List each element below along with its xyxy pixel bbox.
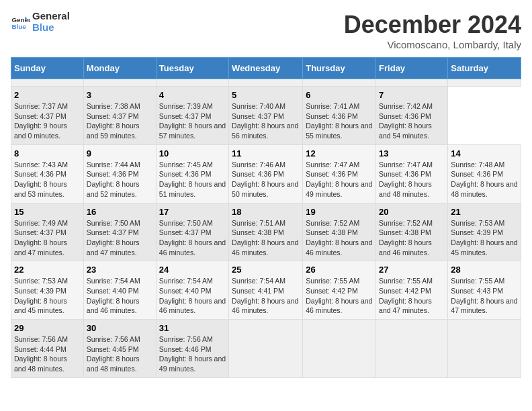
calendar-cell: 5Sunrise: 7:40 AMSunset: 4:37 PMDaylight… — [229, 87, 303, 145]
cell-info: Sunrise: 7:52 AMSunset: 4:38 PMDaylight:… — [306, 218, 373, 258]
calendar-table: SundayMondayTuesdayWednesdayThursdayFrid… — [11, 57, 521, 378]
calendar-week-row: 22Sunrise: 7:53 AMSunset: 4:39 PMDayligh… — [11, 261, 521, 320]
calendar-header-row: SundayMondayTuesdayWednesdayThursdayFrid… — [11, 58, 521, 79]
header: General Blue General Blue December 2024 … — [11, 11, 521, 50]
day-number: 6 — [306, 90, 373, 100]
calendar-cell: 17Sunrise: 7:50 AMSunset: 4:37 PMDayligh… — [156, 203, 228, 261]
calendar-cell: 19Sunrise: 7:52 AMSunset: 4:38 PMDayligh… — [303, 203, 376, 261]
day-number: 28 — [451, 265, 518, 275]
day-number: 25 — [232, 265, 300, 275]
calendar-cell — [448, 79, 521, 87]
cell-info: Sunrise: 7:53 AMSunset: 4:39 PMDaylight:… — [14, 276, 81, 316]
logo: General Blue General Blue — [11, 11, 70, 33]
cell-info: Sunrise: 7:38 AMSunset: 4:37 PMDaylight:… — [87, 101, 153, 141]
day-number: 9 — [87, 148, 153, 158]
day-number: 11 — [232, 148, 300, 158]
calendar-cell — [83, 79, 156, 87]
cell-info: Sunrise: 7:47 AMSunset: 4:36 PMDaylight:… — [306, 160, 373, 199]
calendar-cell: 21Sunrise: 7:53 AMSunset: 4:39 PMDayligh… — [448, 203, 521, 261]
day-number: 5 — [232, 90, 300, 100]
day-number: 8 — [14, 148, 81, 158]
calendar-cell: 23Sunrise: 7:54 AMSunset: 4:40 PMDayligh… — [83, 261, 156, 320]
cell-info: Sunrise: 7:55 AMSunset: 4:42 PMDaylight:… — [379, 276, 445, 316]
calendar-cell: 25Sunrise: 7:54 AMSunset: 4:41 PMDayligh… — [229, 261, 303, 320]
calendar-week-row: 8Sunrise: 7:43 AMSunset: 4:36 PMDaylight… — [11, 144, 521, 203]
calendar-cell: 12Sunrise: 7:47 AMSunset: 4:36 PMDayligh… — [303, 144, 376, 203]
day-number: 27 — [379, 265, 445, 275]
header-wednesday: Wednesday — [229, 58, 303, 79]
day-number: 2 — [14, 90, 81, 100]
calendar-cell: 6Sunrise: 7:41 AMSunset: 4:36 PMDaylight… — [303, 87, 376, 145]
calendar-cell: 30Sunrise: 7:56 AMSunset: 4:45 PMDayligh… — [83, 320, 156, 378]
calendar-cell: 13Sunrise: 7:47 AMSunset: 4:36 PMDayligh… — [376, 144, 448, 203]
calendar-cell — [156, 79, 228, 87]
day-number: 22 — [14, 265, 81, 275]
day-number: 13 — [379, 148, 445, 158]
cell-info: Sunrise: 7:54 AMSunset: 4:40 PMDaylight:… — [87, 276, 153, 316]
title-area: December 2024 Vicomoscano, Lombardy, Ita… — [344, 11, 521, 50]
cell-info: Sunrise: 7:51 AMSunset: 4:38 PMDaylight:… — [232, 218, 300, 258]
cell-info: Sunrise: 7:54 AMSunset: 4:40 PMDaylight:… — [159, 276, 226, 316]
day-number: 12 — [306, 148, 373, 158]
calendar-week-row: 15Sunrise: 7:49 AMSunset: 4:37 PMDayligh… — [11, 203, 521, 261]
day-number: 30 — [87, 323, 153, 333]
cell-info: Sunrise: 7:56 AMSunset: 4:45 PMDaylight:… — [87, 334, 153, 374]
calendar-cell — [448, 320, 521, 378]
header-saturday: Saturday — [448, 58, 521, 79]
day-number: 17 — [159, 207, 226, 217]
day-number: 18 — [232, 207, 300, 217]
day-number: 29 — [14, 323, 81, 333]
day-number: 4 — [159, 90, 226, 100]
location-title: Vicomoscano, Lombardy, Italy — [344, 39, 521, 50]
calendar-cell: 18Sunrise: 7:51 AMSunset: 4:38 PMDayligh… — [229, 203, 303, 261]
calendar-cell: 24Sunrise: 7:54 AMSunset: 4:40 PMDayligh… — [156, 261, 228, 320]
cell-info: Sunrise: 7:50 AMSunset: 4:37 PMDaylight:… — [159, 218, 226, 258]
cell-info: Sunrise: 7:49 AMSunset: 4:37 PMDaylight:… — [14, 218, 81, 258]
logo-icon: General Blue — [11, 13, 30, 32]
cell-info: Sunrise: 7:46 AMSunset: 4:36 PMDaylight:… — [232, 160, 300, 199]
cell-info: Sunrise: 7:37 AMSunset: 4:37 PMDaylight:… — [14, 101, 81, 141]
cell-info: Sunrise: 7:45 AMSunset: 4:36 PMDaylight:… — [159, 160, 226, 199]
cell-info: Sunrise: 7:55 AMSunset: 4:43 PMDaylight:… — [451, 276, 518, 316]
calendar-cell — [376, 320, 448, 378]
header-friday: Friday — [376, 58, 448, 79]
cell-info: Sunrise: 7:52 AMSunset: 4:38 PMDaylight:… — [379, 218, 445, 258]
calendar-cell: 15Sunrise: 7:49 AMSunset: 4:37 PMDayligh… — [11, 203, 84, 261]
month-title: December 2024 — [344, 11, 521, 39]
cell-info: Sunrise: 7:48 AMSunset: 4:36 PMDaylight:… — [451, 160, 518, 199]
calendar-cell: 29Sunrise: 7:56 AMSunset: 4:44 PMDayligh… — [11, 320, 84, 378]
header-tuesday: Tuesday — [156, 58, 228, 79]
calendar-cell: 16Sunrise: 7:50 AMSunset: 4:37 PMDayligh… — [83, 203, 156, 261]
cell-info: Sunrise: 7:43 AMSunset: 4:36 PMDaylight:… — [14, 160, 81, 199]
calendar-cell — [11, 79, 84, 87]
logo-line1: General — [32, 11, 70, 22]
day-number: 19 — [306, 207, 373, 217]
cell-info: Sunrise: 7:40 AMSunset: 4:37 PMDaylight:… — [232, 101, 300, 141]
header-sunday: Sunday — [11, 58, 84, 79]
day-number: 3 — [87, 90, 153, 100]
cell-info: Sunrise: 7:53 AMSunset: 4:39 PMDaylight:… — [451, 218, 518, 258]
calendar-cell — [303, 320, 376, 378]
header-monday: Monday — [83, 58, 156, 79]
day-number: 7 — [379, 90, 445, 100]
cell-info: Sunrise: 7:56 AMSunset: 4:46 PMDaylight:… — [159, 334, 226, 374]
cell-info: Sunrise: 7:54 AMSunset: 4:41 PMDaylight:… — [232, 276, 300, 316]
calendar-week-row — [11, 79, 521, 87]
calendar-cell: 28Sunrise: 7:55 AMSunset: 4:43 PMDayligh… — [448, 261, 521, 320]
day-number: 20 — [379, 207, 445, 217]
cell-info: Sunrise: 7:41 AMSunset: 4:36 PMDaylight:… — [306, 101, 373, 141]
cell-info: Sunrise: 7:47 AMSunset: 4:36 PMDaylight:… — [379, 160, 445, 199]
svg-text:Blue: Blue — [11, 22, 26, 30]
day-number: 10 — [159, 148, 226, 158]
calendar-cell: 10Sunrise: 7:45 AMSunset: 4:36 PMDayligh… — [156, 144, 228, 203]
day-number: 24 — [159, 265, 226, 275]
day-number: 31 — [159, 323, 226, 333]
cell-info: Sunrise: 7:55 AMSunset: 4:42 PMDaylight:… — [306, 276, 373, 316]
day-number: 14 — [451, 148, 518, 158]
calendar-week-row: 29Sunrise: 7:56 AMSunset: 4:44 PMDayligh… — [11, 320, 521, 378]
calendar-cell: 22Sunrise: 7:53 AMSunset: 4:39 PMDayligh… — [11, 261, 84, 320]
calendar-cell — [229, 79, 303, 87]
calendar-cell — [303, 79, 376, 87]
logo-line2: Blue — [32, 22, 70, 34]
day-number: 23 — [87, 265, 153, 275]
